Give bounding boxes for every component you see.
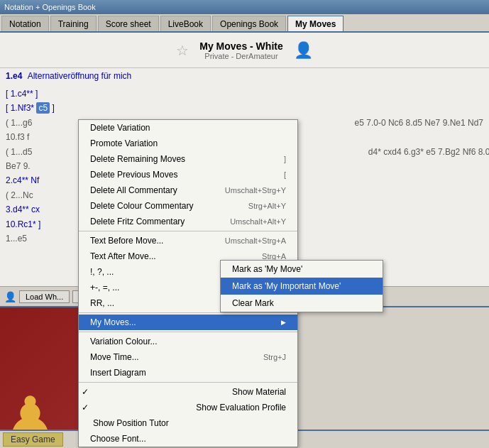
separator-3 (79, 332, 297, 332)
menu-move-time[interactable]: Move Time... Strg+J (79, 349, 297, 365)
header-area: ☆ My Moves - White Private - DerAmateur … (0, 33, 489, 68)
menu-show-position-tutor[interactable]: Show Position Tutor (79, 415, 297, 431)
menu-delete-all-commentary[interactable]: Delete All Commentary Umschalt+Strg+Y (79, 182, 297, 198)
move-1c4[interactable]: [ 1.c4** ] (6, 89, 38, 99)
submenu-my-moves: Mark as 'My Move' Mark as 'My Important … (220, 260, 383, 312)
menu-my-moves[interactable]: My Moves... (79, 315, 297, 330)
move-1nf3[interactable]: [ 1.Nf3* (6, 103, 34, 113)
load-white-icon: 👤 (4, 291, 16, 302)
favorite-icon[interactable]: ☆ (176, 42, 189, 59)
menu-promote-variation[interactable]: Promote Variation (79, 136, 297, 151)
separator-1 (79, 231, 297, 231)
tab-training[interactable]: Training (50, 16, 97, 31)
move-e5-right: e5 7.0-0 Nc6 8.d5 Ne7 9.Ne1 Nd7 (355, 116, 483, 130)
tab-my-moves[interactable]: My Moves (287, 16, 344, 31)
menu-text-before-move[interactable]: Text Before Move... Umschalt+Strg+A (79, 233, 297, 248)
menu-delete-previous[interactable]: Delete Previous Moves [ (79, 167, 297, 182)
title-bar: Notation + Openings Book (0, 0, 489, 14)
avatar-icon: 👤 (294, 41, 313, 60)
separator-4 (79, 382, 297, 383)
header-title: My Moves - White Private - DerAmateur (199, 40, 282, 60)
header-subtitle: Private - DerAmateur (199, 52, 282, 60)
menu-delete-colour-commentary[interactable]: Delete Colour Commentary Strg+Alt+Y (79, 198, 297, 214)
menu-insert-diagram[interactable]: Insert Diagram (79, 365, 297, 381)
tab-openings-book[interactable]: Openings Book (212, 16, 286, 31)
tab-bar: Notation Training Score sheet LiveBook O… (0, 14, 489, 33)
title-bar-text: Notation + Openings Book (4, 3, 96, 11)
submenu-mark-important[interactable]: Mark as 'My Important Move' (221, 278, 383, 295)
menu-show-material[interactable]: ✓Show Material (79, 384, 297, 400)
submenu-clear-mark[interactable]: Clear Mark (221, 295, 383, 312)
menu-variation-colour[interactable]: Variation Colour... (79, 334, 297, 349)
menu-delete-remaining[interactable]: Delete Remaining Moves ] (79, 151, 297, 167)
tab-score-sheet[interactable]: Score sheet (98, 16, 159, 31)
tab-livebook[interactable]: LiveBook (160, 16, 211, 31)
submenu-mark-my-move[interactable]: Mark as 'My Move' (221, 261, 383, 278)
move-c5-selected[interactable]: c5 (36, 102, 50, 114)
move-variation-1: ( 1...g6 (6, 118, 32, 128)
opening-line: 1.e4 Alternativeröffnung für mich (0, 68, 489, 84)
load-white-button[interactable]: Load Wh... (19, 290, 70, 303)
notation-area: [ 1.c4** ] [ 1.Nf3* c5 ] ( 1...g6 e5 7.0… (0, 84, 489, 286)
opening-title: Alternativeröffnung für mich (28, 71, 132, 81)
menu-delete-variation[interactable]: Delete Variation (79, 120, 297, 136)
header-main-title: My Moves - White (199, 40, 282, 52)
easy-game-tab[interactable]: Easy Game (3, 432, 63, 447)
tab-notation[interactable]: Notation (1, 16, 49, 31)
menu-delete-fritz-commentary[interactable]: Delete Fritz Commentary Umschalt+Alt+Y (79, 214, 297, 229)
menu-choose-font[interactable]: Choose Font... (79, 431, 297, 447)
main-area: 1.e4 Alternativeröffnung für mich [ 1.c4… (0, 68, 489, 448)
menu-show-evaluation[interactable]: ✓Show Evaluation Profile (79, 400, 297, 415)
separator-2 (79, 312, 297, 313)
opening-move[interactable]: 1.e4 (6, 71, 22, 81)
